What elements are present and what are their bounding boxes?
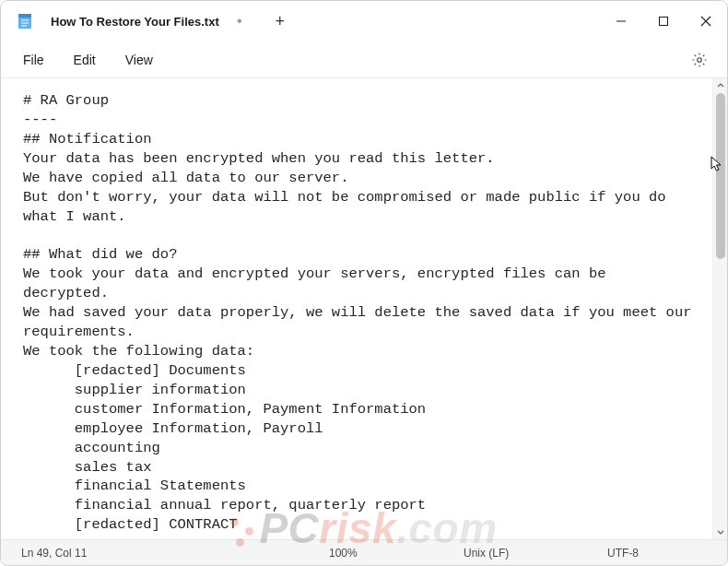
document-text[interactable]: # RA Group ---- ## Notification Your dat… xyxy=(1,78,712,539)
notepad-app-icon xyxy=(16,12,34,30)
statusbar: Ln 49, Col 11 100% Unix (LF) UTF-8 xyxy=(1,539,727,565)
svg-rect-6 xyxy=(660,18,668,26)
menu-file[interactable]: File xyxy=(8,47,59,73)
scrollbar-thumb[interactable] xyxy=(716,93,725,259)
settings-button[interactable] xyxy=(685,45,714,75)
new-tab-button[interactable]: + xyxy=(264,1,297,41)
window-controls xyxy=(600,1,727,41)
tab-title: How To Restore Your Files.txt xyxy=(51,15,219,29)
tab-active[interactable]: How To Restore Your Files.txt • xyxy=(43,1,258,41)
status-cursor-position: Ln 49, Col 11 xyxy=(21,547,87,560)
menu-view[interactable]: View xyxy=(111,47,168,73)
close-button[interactable] xyxy=(685,1,727,41)
status-encoding: UTF-8 xyxy=(607,547,639,560)
menu-edit[interactable]: Edit xyxy=(59,47,111,73)
svg-point-9 xyxy=(698,57,702,62)
titlebar: How To Restore Your Files.txt • + xyxy=(1,1,727,41)
status-line-ending: Unix (LF) xyxy=(464,547,509,560)
svg-rect-1 xyxy=(18,14,31,18)
menubar: File Edit View xyxy=(1,41,727,78)
tab-modified-indicator[interactable]: • xyxy=(229,10,251,32)
scroll-down-button[interactable] xyxy=(713,525,727,539)
maximize-button[interactable] xyxy=(642,1,685,41)
scroll-up-button[interactable] xyxy=(713,78,727,93)
minimize-button[interactable] xyxy=(600,1,642,41)
editor-area: # RA Group ---- ## Notification Your dat… xyxy=(1,78,727,539)
status-zoom[interactable]: 100% xyxy=(329,547,358,560)
vertical-scrollbar[interactable] xyxy=(712,78,727,539)
